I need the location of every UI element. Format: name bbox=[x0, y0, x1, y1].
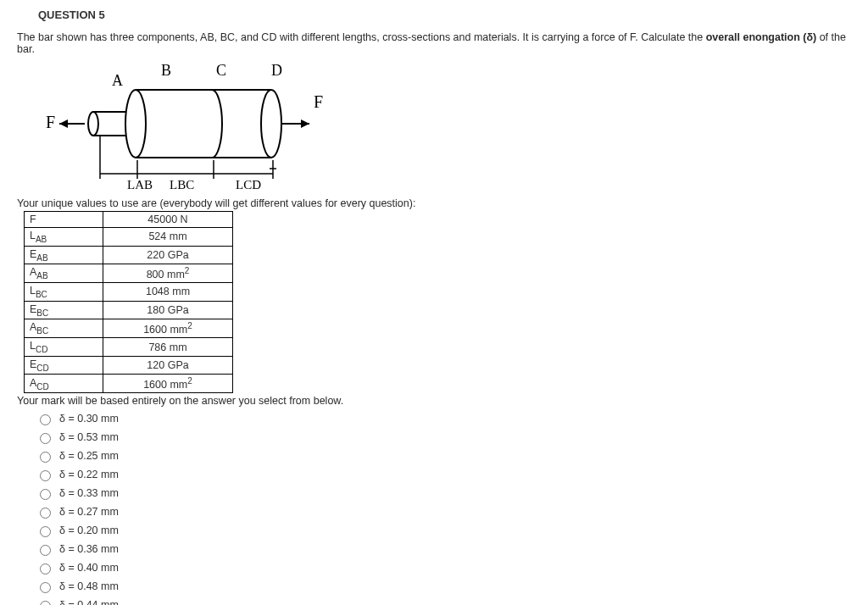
table-cell-name: F bbox=[25, 212, 103, 228]
answer-radio[interactable] bbox=[40, 582, 51, 593]
answer-label: δ = 0.27 mm bbox=[59, 506, 119, 518]
answer-label: δ = 0.25 mm bbox=[59, 450, 119, 462]
table-cell-name: LBC bbox=[25, 283, 103, 302]
table-row: ABC1600 mm2 bbox=[25, 319, 233, 338]
table-cell-value: 524 mm bbox=[103, 228, 233, 247]
table-cell-name: ABC bbox=[25, 319, 103, 338]
answer-radio[interactable] bbox=[40, 601, 51, 605]
label-B: B bbox=[161, 62, 171, 79]
answer-option: δ = 0.25 mm bbox=[36, 449, 851, 463]
question-header: QUESTION 5 bbox=[38, 8, 851, 21]
svg-point-8 bbox=[261, 90, 281, 158]
answer-radio[interactable] bbox=[40, 563, 51, 574]
table-cell-value: 220 GPa bbox=[103, 246, 233, 264]
answer-radio[interactable] bbox=[40, 452, 51, 463]
svg-point-2 bbox=[88, 112, 98, 136]
table-cell-value: 1048 mm bbox=[103, 283, 233, 302]
table-row: ACD1600 mm2 bbox=[25, 375, 233, 393]
svg-marker-1 bbox=[59, 119, 68, 128]
answer-option: δ = 0.33 mm bbox=[36, 486, 851, 500]
answer-options: δ = 0.30 mmδ = 0.53 mmδ = 0.25 mmδ = 0.2… bbox=[36, 412, 851, 605]
answer-label: δ = 0.53 mm bbox=[59, 431, 119, 443]
svg-point-5 bbox=[125, 90, 146, 158]
answer-radio[interactable] bbox=[40, 526, 51, 537]
question-prompt: The bar shown has three components, AB, … bbox=[17, 31, 851, 55]
table-cell-name: LCD bbox=[25, 338, 103, 357]
table-row: EAB220 GPa bbox=[25, 246, 233, 264]
answer-radio[interactable] bbox=[40, 508, 51, 519]
table-cell-value: 180 GPa bbox=[103, 301, 233, 319]
label-F-left: F bbox=[46, 113, 55, 131]
answer-label: δ = 0.20 mm bbox=[59, 525, 119, 536]
table-row: LCD786 mm bbox=[25, 338, 233, 357]
answer-label: δ = 0.44 mm bbox=[59, 599, 119, 605]
values-table: F45000 NLAB524 mmEAB220 GPaAAB800 mm2LBC… bbox=[24, 211, 233, 393]
label-F-right: F bbox=[314, 92, 323, 111]
unique-values-caption: Your unique values to use are (everybody… bbox=[17, 197, 851, 209]
table-cell-value: 45000 N bbox=[103, 212, 233, 228]
label-D: D bbox=[271, 62, 282, 79]
table-row: ECD120 GPa bbox=[25, 356, 233, 375]
mark-instruction: Your mark will be based entirely on the … bbox=[17, 395, 851, 407]
answer-radio[interactable] bbox=[40, 489, 51, 500]
table-row: LBC1048 mm bbox=[25, 283, 233, 302]
prompt-pre: The bar shown has three components, AB, … bbox=[17, 31, 706, 43]
answer-label: δ = 0.33 mm bbox=[59, 487, 119, 499]
answer-option: δ = 0.22 mm bbox=[36, 468, 851, 481]
answer-option: δ = 0.44 mm bbox=[36, 598, 851, 605]
answer-radio[interactable] bbox=[40, 433, 51, 444]
answer-option: δ = 0.48 mm bbox=[36, 580, 851, 593]
answer-label: δ = 0.22 mm bbox=[59, 469, 119, 480]
label-LBC: LBC bbox=[170, 178, 194, 191]
table-row: AAB800 mm2 bbox=[25, 264, 233, 283]
answer-option: δ = 0.36 mm bbox=[36, 542, 851, 556]
answer-radio[interactable] bbox=[40, 545, 51, 556]
table-row: F45000 N bbox=[25, 212, 233, 228]
table-cell-name: EBC bbox=[25, 301, 103, 319]
table-cell-value: 800 mm2 bbox=[103, 264, 233, 283]
bar-diagram: F A B C D F LAB LBC LCD bbox=[34, 60, 339, 196]
label-C: C bbox=[216, 62, 226, 79]
answer-label: δ = 0.30 mm bbox=[59, 413, 119, 425]
table-cell-name: ECD bbox=[25, 356, 103, 375]
table-cell-name: EAB bbox=[25, 246, 103, 264]
prompt-bold: overall enongation (δ) bbox=[706, 31, 817, 43]
table-cell-name: AAB bbox=[25, 264, 103, 283]
table-row: EBC180 GPa bbox=[25, 301, 233, 319]
table-cell-name: ACD bbox=[25, 375, 103, 393]
table-row: LAB524 mm bbox=[25, 228, 233, 247]
answer-option: δ = 0.27 mm bbox=[36, 505, 851, 519]
svg-marker-10 bbox=[301, 119, 309, 128]
answer-option: δ = 0.53 mm bbox=[36, 430, 851, 444]
label-LAB: LAB bbox=[127, 178, 153, 191]
answer-label: δ = 0.40 mm bbox=[59, 562, 119, 574]
table-cell-value: 1600 mm2 bbox=[103, 375, 233, 393]
table-cell-name: LAB bbox=[25, 228, 103, 247]
answer-label: δ = 0.36 mm bbox=[59, 543, 119, 555]
table-cell-value: 1600 mm2 bbox=[103, 319, 233, 338]
table-cell-value: 120 GPa bbox=[103, 356, 233, 375]
answer-option: δ = 0.20 mm bbox=[36, 524, 851, 537]
label-A: A bbox=[112, 72, 123, 89]
answer-option: δ = 0.40 mm bbox=[36, 561, 851, 574]
table-cell-value: 786 mm bbox=[103, 338, 233, 357]
answer-radio[interactable] bbox=[40, 470, 51, 481]
answer-option: δ = 0.30 mm bbox=[36, 412, 851, 425]
label-LCD: LCD bbox=[236, 178, 261, 191]
answer-radio[interactable] bbox=[40, 414, 51, 425]
answer-label: δ = 0.48 mm bbox=[59, 580, 119, 592]
